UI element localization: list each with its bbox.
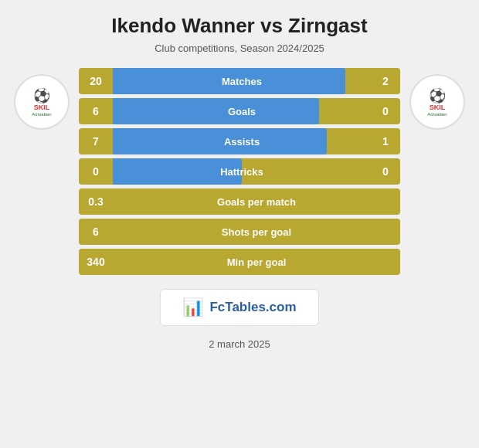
shots-per-goal-label: Shots per goal: [113, 226, 400, 238]
right-logo-col: ⚽ SKIL Amsatten: [403, 68, 471, 130]
hattricks-right-val: 0: [371, 165, 400, 178]
match-date: 2 march 2025: [209, 338, 270, 350]
goals-label: Goals: [113, 106, 371, 117]
hattricks-label: Hattricks: [113, 166, 371, 178]
shots-per-goal-val: 6: [79, 226, 113, 238]
fctables-area: 📊 FcTables.com: [160, 289, 318, 326]
assists-right-val: 1: [371, 135, 400, 148]
matches-left-val: 20: [79, 75, 113, 87]
right-team-logo: ⚽ SKIL Amsatten: [409, 74, 465, 130]
page-title: Ikendo Wanner vs Zirngast: [111, 14, 367, 38]
stat-row-shots-per-goal: 6 Shots per goal: [79, 219, 400, 245]
page-subtitle: Club competitions, Season 2024/2025: [155, 42, 324, 54]
matches-right-val: 2: [371, 75, 400, 87]
left-team-logo: ⚽ SKIL Amsatten: [14, 74, 70, 130]
matches-bar-area: Matches: [113, 68, 371, 94]
main-stats-area: ⚽ SKIL Amsatten 20 Matches 2 6: [8, 68, 471, 275]
stat-row-assists: 7 Assists 1: [79, 128, 400, 154]
fctables-badge: 📊 FcTables.com: [160, 289, 318, 326]
stat-row-matches: 20 Matches 2: [79, 68, 400, 94]
page-container: Ikendo Wanner vs Zirngast Club competiti…: [0, 0, 479, 448]
matches-label: Matches: [113, 76, 371, 87]
stat-row-goals-per-match: 0.3 Goals per match: [79, 188, 400, 215]
left-logo-col: ⚽ SKIL Amsatten: [8, 68, 76, 130]
goals-right-val: 0: [371, 105, 400, 117]
stat-row-min-per-goal: 340 Min per goal: [79, 249, 400, 275]
stat-row-goals: 6 Goals 0: [79, 98, 400, 124]
stat-row-hattricks: 0 Hattricks 0: [79, 158, 400, 185]
stats-rows: 20 Matches 2 6 Goals 0 7: [79, 68, 400, 275]
goals-left-val: 6: [79, 105, 113, 117]
min-per-goal-val: 340: [79, 256, 113, 268]
assists-left-val: 7: [79, 135, 113, 148]
goals-per-match-label: Goals per match: [113, 196, 400, 208]
assists-label: Assists: [113, 136, 371, 148]
min-per-goal-label: Min per goal: [113, 256, 400, 268]
hattricks-bar-area: Hattricks: [113, 158, 371, 185]
hattricks-left-val: 0: [79, 165, 113, 178]
goals-per-match-val: 0.3: [79, 195, 113, 208]
fctables-text: FcTables.com: [209, 300, 296, 315]
goals-bar-area: Goals: [113, 98, 371, 124]
assists-bar-area: Assists: [113, 128, 371, 154]
fctables-icon: 📊: [182, 297, 203, 317]
